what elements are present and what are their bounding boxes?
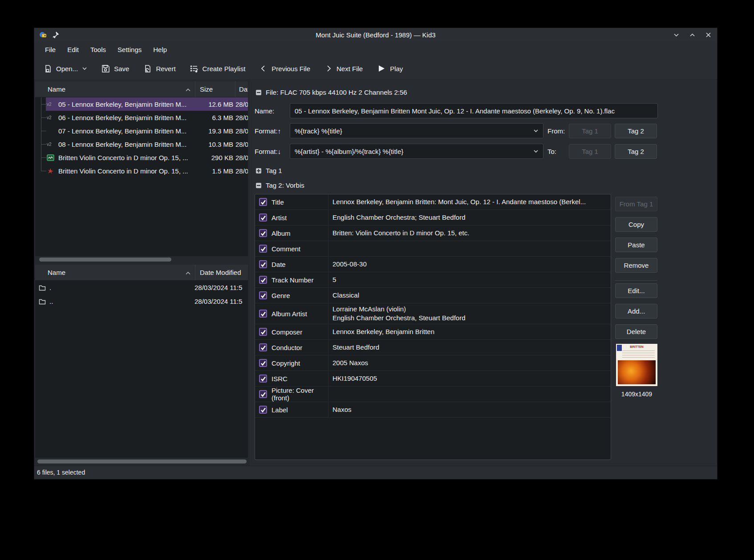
field-checkbox[interactable] bbox=[259, 390, 267, 398]
previous-file-button[interactable]: Previous File bbox=[259, 64, 310, 73]
tag-field-row[interactable]: GenreClassical bbox=[255, 288, 611, 303]
chevron-down-icon[interactable] bbox=[533, 127, 539, 135]
column-header-date[interactable]: Dat bbox=[235, 81, 248, 97]
file-section-header[interactable]: File: FLAC 705 kbps 44100 Hz 2 Channels … bbox=[256, 89, 407, 96]
file-row[interactable]: v208 - Lennox Berkeley, Benjamin Britten… bbox=[35, 137, 248, 151]
tag-field-row[interactable]: AlbumBritten: Violin Concerto in D minor… bbox=[255, 226, 611, 241]
tag-field-row[interactable]: ComposerLennox Berkeley, Benjamin Britte… bbox=[255, 324, 611, 340]
next-file-button[interactable]: Next File bbox=[324, 64, 363, 73]
field-value[interactable]: Lennox Berkeley, Benjamin Britten: Mont … bbox=[328, 194, 611, 209]
field-checkbox[interactable] bbox=[259, 310, 267, 318]
field-value[interactable]: Classical bbox=[328, 288, 611, 303]
field-value[interactable]: HKI190470505 bbox=[328, 371, 611, 386]
field-value[interactable]: Lennox Berkeley, Benjamin Britten bbox=[328, 324, 611, 339]
tag-field-row[interactable]: ArtistEnglish Chamber Orchestra; Steuart… bbox=[255, 210, 611, 226]
field-value[interactable]: Lorraine McAslan (violin) English Chambe… bbox=[328, 303, 611, 324]
format-from-filename-combobox[interactable]: %{track} %{title} bbox=[290, 123, 543, 138]
directory-row[interactable]: ..28/03/2024 11:5 bbox=[35, 294, 248, 308]
field-value[interactable]: Britten: Violin Concerto in D minor Op. … bbox=[328, 226, 611, 241]
scrollbar-handle[interactable] bbox=[39, 258, 171, 262]
name-column-label: Name bbox=[48, 85, 65, 93]
field-checkbox[interactable] bbox=[259, 375, 267, 383]
tag1-section-header[interactable]: Tag 1 bbox=[256, 167, 282, 174]
field-checkbox[interactable] bbox=[259, 214, 267, 222]
filename-input[interactable]: 05 - Lennox Berkeley, Benjamin Britten M… bbox=[290, 103, 658, 118]
add-button[interactable]: Add... bbox=[615, 304, 657, 318]
file-row[interactable]: Britten Violin Concerto in D minor Op. 1… bbox=[35, 164, 248, 177]
column-header-name[interactable]: Name bbox=[35, 81, 195, 97]
chevron-down-icon[interactable] bbox=[533, 148, 539, 155]
scrollbar-handle[interactable] bbox=[37, 459, 247, 463]
tag-field-row[interactable]: Copyright2005 Naxos bbox=[255, 355, 611, 371]
field-checkbox[interactable] bbox=[259, 276, 267, 284]
field-value[interactable]: English Chamber Orchestra; Steuart Bedfo… bbox=[328, 210, 611, 225]
field-value[interactable]: Steuart Bedford bbox=[328, 340, 611, 355]
field-value[interactable]: 2005 Naxos bbox=[328, 355, 611, 371]
field-value[interactable] bbox=[328, 241, 611, 256]
field-checkbox[interactable] bbox=[259, 406, 267, 414]
to-tag2-filename-button[interactable]: Tag 2 bbox=[615, 144, 657, 159]
file-row[interactable]: 07 - Lennox Berkeley, Benjamin Britten M… bbox=[35, 124, 248, 137]
paste-button[interactable]: Paste bbox=[615, 238, 657, 252]
column-header-name[interactable]: Name bbox=[35, 265, 195, 280]
tag-field-row[interactable]: TitleLennox Berkeley, Benjamin Britten: … bbox=[255, 194, 611, 210]
tag-field-row[interactable]: Comment bbox=[255, 241, 611, 257]
field-value[interactable]: Naxos bbox=[328, 402, 611, 417]
tag-field-row[interactable]: ConductorSteuart Bedford bbox=[255, 340, 611, 355]
format-to-filename-combobox[interactable]: %{artist} - %{album}/%{track} %{title} bbox=[290, 144, 543, 159]
file-row[interactable]: Britten Violin Concerto in D minor Op. 1… bbox=[35, 151, 248, 164]
from-tag2-filename-button[interactable]: Tag 2 bbox=[615, 124, 657, 138]
remove-button[interactable]: Remove bbox=[615, 258, 657, 273]
menu-help[interactable]: Help bbox=[147, 46, 173, 53]
field-label: Genre bbox=[272, 292, 290, 299]
minimize-button[interactable] bbox=[673, 32, 680, 39]
field-checkbox[interactable] bbox=[259, 245, 267, 253]
menu-tools[interactable]: Tools bbox=[85, 46, 112, 53]
revert-button[interactable]: Revert bbox=[143, 64, 175, 73]
field-checkbox[interactable] bbox=[259, 291, 267, 299]
tag-field-row[interactable]: ISRCHKI190470505 bbox=[255, 371, 611, 387]
play-button[interactable]: Play bbox=[377, 64, 403, 73]
column-header-size[interactable]: Size bbox=[195, 81, 235, 97]
field-checkbox[interactable] bbox=[259, 343, 267, 351]
menu-file[interactable]: File bbox=[39, 46, 61, 53]
field-checkbox[interactable] bbox=[259, 260, 267, 268]
album-art-thumbnail[interactable]: BRITTEN bbox=[616, 344, 657, 386]
copy-button[interactable]: Copy bbox=[615, 217, 657, 232]
maximize-button[interactable] bbox=[689, 32, 696, 39]
field-value[interactable]: 5 bbox=[328, 272, 611, 287]
edit-button[interactable]: Edit... bbox=[615, 283, 657, 298]
field-value[interactable]: 2005-08-30 bbox=[328, 257, 611, 272]
file-row[interactable]: v205 - Lennox Berkeley, Benjamin Britten… bbox=[35, 97, 248, 111]
file-list-hscrollbar[interactable] bbox=[35, 257, 248, 263]
column-header-date-modified[interactable]: Date Modified bbox=[195, 265, 248, 280]
field-checkbox[interactable] bbox=[259, 229, 267, 237]
menu-edit[interactable]: Edit bbox=[61, 46, 85, 53]
close-button[interactable] bbox=[705, 32, 712, 39]
directory-row[interactable]: .28/03/2024 11:5 bbox=[35, 281, 248, 294]
collapse-icon[interactable] bbox=[256, 90, 261, 95]
save-button[interactable]: Save bbox=[101, 64, 129, 73]
directory-list-hscrollbar[interactable] bbox=[35, 459, 248, 465]
tag-field-row[interactable]: Track Number5 bbox=[255, 272, 611, 288]
tag-field-row[interactable]: Album ArtistLorraine McAslan (violin) En… bbox=[255, 303, 611, 324]
field-checkbox[interactable] bbox=[259, 328, 267, 336]
tag2-section-header[interactable]: Tag 2: Vorbis bbox=[256, 181, 304, 189]
chevron-down-icon[interactable] bbox=[82, 66, 87, 71]
menu-settings[interactable]: Settings bbox=[112, 46, 147, 53]
field-value[interactable] bbox=[328, 387, 611, 402]
field-checkbox[interactable] bbox=[259, 198, 267, 206]
delete-button[interactable]: Delete bbox=[615, 324, 657, 339]
open-button[interactable]: Open... bbox=[44, 64, 87, 73]
tag-field-row[interactable]: LabelNaxos bbox=[255, 402, 611, 418]
file-row[interactable]: v206 - Lennox Berkeley, Benjamin Britten… bbox=[35, 111, 248, 124]
tag-field-row[interactable]: Date2005-08-30 bbox=[255, 257, 611, 272]
tag-field-row[interactable]: Picture: Cover (front) bbox=[255, 387, 611, 402]
expand-icon[interactable] bbox=[256, 168, 261, 173]
create-playlist-button[interactable]: Create Playlist bbox=[190, 64, 246, 73]
title-bar[interactable]: Mont Juic Suite (Bedford - 1989) — Kid3 bbox=[34, 28, 717, 42]
open-label: Open... bbox=[56, 65, 78, 73]
field-checkbox[interactable] bbox=[259, 359, 267, 367]
file-size: 12.6 MB bbox=[195, 101, 235, 108]
collapse-icon[interactable] bbox=[256, 183, 261, 188]
